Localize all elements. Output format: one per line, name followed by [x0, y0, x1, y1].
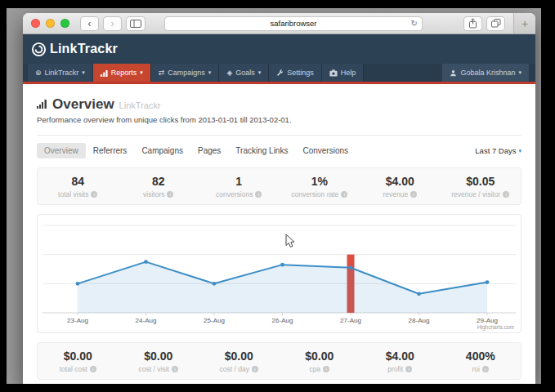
stat-total-visits: 84 total visitsi [38, 175, 119, 198]
stat-conversions: 1 conversionsi [199, 175, 280, 198]
nav-item-reports[interactable]: Reports ▾ [93, 64, 151, 82]
svg-text:23-Aug: 23-Aug [67, 317, 88, 324]
stat-cost-per-visit: $0.00 cost / visiti [119, 350, 199, 373]
zoom-window-button[interactable] [60, 19, 69, 28]
stat-value: $4.00 [360, 175, 441, 188]
stat-label: total costi [38, 365, 119, 373]
stats-panel-bottom: $0.00 total costi $0.00 cost / visiti $0… [37, 342, 521, 380]
forward-button[interactable]: › [103, 16, 122, 31]
tab-referrers[interactable]: Referrers [86, 143, 135, 158]
minimize-window-button[interactable] [46, 19, 55, 28]
reload-icon[interactable]: ↻ [411, 19, 418, 28]
address-bar[interactable]: safaribrowser ↻ [164, 16, 423, 31]
caret-down-icon: ▾ [82, 69, 85, 76]
stat-label-text: cost / day [220, 365, 249, 373]
back-button[interactable]: ‹ [80, 16, 99, 31]
show-tabs-button[interactable] [486, 16, 505, 31]
share-button[interactable] [463, 16, 482, 31]
tab-campaigns[interactable]: Campaigns [134, 143, 190, 158]
stat-label: total visitsi [38, 190, 119, 198]
stat-value: 400% [441, 350, 521, 363]
sidebar-toggle-button[interactable] [126, 16, 145, 31]
stat-value: 82 [119, 175, 199, 188]
tab-tracking-links[interactable]: Tracking Links [228, 143, 295, 158]
tab-pages[interactable]: Pages [190, 143, 228, 158]
stat-label-text: cost / visit [139, 365, 169, 373]
stat-value: $0.05 [441, 175, 521, 188]
nav-label: Settings [287, 69, 314, 77]
shuffle-icon: ⇄ [159, 69, 165, 77]
tab-overview[interactable]: Overview [37, 143, 86, 158]
info-icon[interactable]: i [255, 191, 262, 198]
stat-value: $0.00 [280, 350, 360, 363]
stat-value: $0.00 [199, 350, 280, 363]
stat-label-text: revenue [383, 190, 408, 198]
date-range-label: Last 7 Days [475, 146, 516, 155]
stat-label: roii [441, 365, 521, 373]
stat-label: conversionsi [199, 190, 280, 198]
new-tab-button[interactable]: + [513, 13, 535, 33]
nav-label: Campaigns [168, 69, 205, 77]
svg-text:27-Aug: 27-Aug [340, 317, 361, 324]
safari-window: ‹ › safaribrowser ↻ + [23, 13, 535, 384]
svg-text:25-Aug: 25-Aug [204, 317, 225, 324]
sidebar-icon [130, 20, 141, 28]
stat-label: visitorsi [119, 190, 199, 198]
info-icon[interactable]: i [172, 366, 178, 372]
info-icon[interactable]: i [405, 366, 412, 372]
nav-item-goals[interactable]: ◈ Goals ▾ [219, 64, 269, 82]
svg-text:24-Aug: 24-Aug [136, 317, 157, 324]
nav-item-campaigns[interactable]: ⇄ Campaigns ▾ [151, 64, 220, 82]
stat-label-text: conversion rate [291, 190, 338, 198]
info-icon[interactable]: i [482, 366, 489, 372]
address-bar-text: safaribrowser [270, 19, 316, 28]
info-icon[interactable]: i [167, 191, 173, 198]
info-icon[interactable]: i [323, 366, 329, 372]
info-icon[interactable]: i [252, 366, 258, 372]
tab-conversions[interactable]: Conversions [295, 143, 356, 158]
stat-roi: 400% roii [441, 350, 521, 373]
brand-name: LinkTrackr [50, 42, 118, 56]
area-chart: 23-Aug24-Aug25-Aug26-Aug27-Aug28-Aug29-A… [38, 215, 521, 332]
stat-cpa: $0.00 cpai [280, 350, 360, 373]
info-icon[interactable]: i [503, 191, 509, 198]
stat-value: $0.00 [119, 350, 199, 363]
stat-label-text: conversions [216, 190, 253, 198]
info-icon[interactable]: i [410, 191, 417, 198]
browser-toolbar: ‹ › safaribrowser ↻ + [23, 13, 535, 34]
stat-label: cpai [280, 365, 360, 373]
linktrackr-logo-icon [31, 42, 47, 57]
stat-label: revenuei [360, 190, 441, 198]
main-nav: ⊕ LinkTrackr ▾ Reports ▾ ⇄ Campaigns ▾ ◈… [23, 64, 535, 84]
wrench-icon [276, 69, 284, 77]
visits-chart[interactable]: 23-Aug24-Aug25-Aug26-Aug27-Aug28-Aug29-A… [37, 214, 521, 333]
divider [37, 135, 521, 136]
page-title: Overview [52, 96, 114, 113]
user-menu[interactable]: Gobala Krishnan ▾ [442, 64, 529, 82]
nav-item-help[interactable]: Help [322, 64, 365, 82]
page-title-suffix: LinkTrackr [119, 100, 161, 110]
diamond-icon: ◈ [226, 69, 232, 77]
svg-text:26-Aug: 26-Aug [272, 317, 293, 324]
date-range-selector[interactable]: Last 7 Days ▾ [475, 146, 521, 155]
stat-value: $4.00 [360, 350, 441, 363]
share-icon [468, 18, 477, 29]
svg-text:Highcharts.com: Highcharts.com [477, 324, 514, 331]
stat-total-cost: $0.00 total costi [38, 350, 119, 373]
nav-label: LinkTrackr [45, 69, 79, 77]
svg-text:28-Aug: 28-Aug [409, 317, 430, 324]
stat-label: cost / dayi [199, 365, 280, 373]
info-icon[interactable]: i [91, 191, 97, 198]
close-window-button[interactable] [31, 19, 40, 28]
info-icon[interactable]: i [341, 191, 347, 198]
nav-item-linktrackr[interactable]: ⊕ LinkTrackr ▾ [28, 64, 93, 82]
plus-icon: + [521, 17, 528, 30]
stat-label-text: revenue / visitor [451, 190, 500, 198]
nav-label: Reports [111, 69, 137, 77]
stat-label: profiti [360, 365, 441, 373]
nav-item-settings[interactable]: Settings [269, 64, 322, 82]
stat-revenue-per-visitor: $0.05 revenue / visitori [441, 175, 521, 198]
info-icon[interactable]: i [90, 366, 96, 372]
caret-down-icon: ▾ [140, 69, 143, 76]
stat-value: 1 [199, 175, 280, 188]
